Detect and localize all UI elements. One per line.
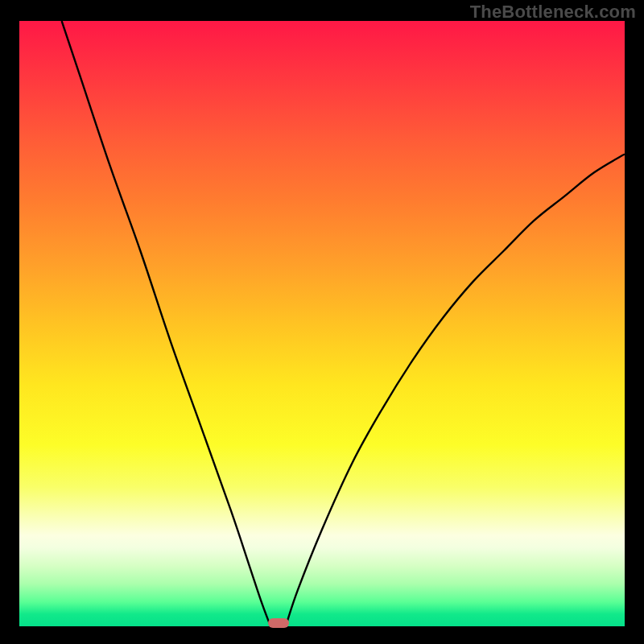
chart-frame: TheBottleneck.com [0, 0, 644, 644]
curve-layer [19, 21, 625, 626]
watermark-text: TheBottleneck.com [470, 2, 636, 23]
minimum-marker [268, 618, 289, 628]
left-branch-curve [62, 21, 270, 626]
right-branch-curve [286, 154, 625, 626]
plot-area [19, 21, 625, 626]
